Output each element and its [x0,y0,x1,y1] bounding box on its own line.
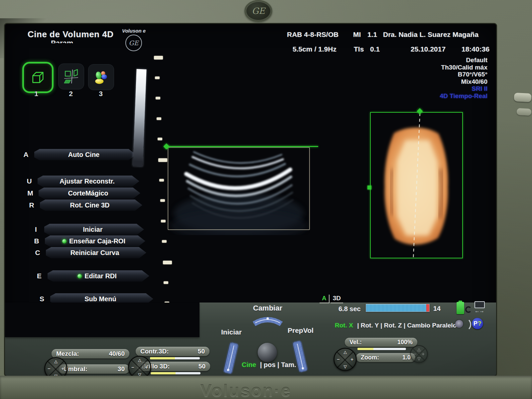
doctor-name: Dra. Nadia L. Suarez Magaña [383,31,478,39]
cine-cursor [426,304,429,312]
mode-label-1: 1 [22,90,50,98]
setting-sri: SRI II [440,85,487,92]
trackball-top-label: Cambiar [253,304,282,313]
page-title: Cine de Volumen 4D [28,29,113,40]
mi-label: MI [353,31,361,39]
mode-button-render-bodies[interactable] [88,64,114,90]
network-transfer-icon: ←→ [474,301,484,315]
menu-button-ensenar-caja-roi[interactable]: Enseñar Caja-ROI [45,235,145,247]
ruler-tick [158,138,162,140]
ruler-tick [163,261,172,264]
menu-key-u: U [25,177,34,185]
cine-time: 6.8 sec [338,305,361,313]
led-indicator [62,239,66,243]
time: 18:40:36 [462,45,489,53]
ruler-tick [164,281,168,284]
contr3d-bar [150,357,200,359]
subtitle-clipped: Param [51,39,91,43]
brillo3d-bar [151,372,200,374]
menu-key-s: S [38,295,46,303]
menu-key-e: E [35,272,44,280]
trackball-left-label: Iniciar [221,328,242,336]
ruler-tick [161,220,166,222]
menu-key-r: R [27,201,36,209]
grayscale-bar [133,69,146,167]
ruler-tick [158,158,167,162]
arrows-icon: ←→ [474,308,484,314]
setting-threshold-quality: Th30/Calid máx [440,64,487,71]
trackball-arc[interactable] [252,313,284,326]
ruler-tick [159,179,164,182]
mode-button-sectional-planes[interactable] [58,64,84,89]
bezel-button[interactable] [514,93,531,102]
mode-label-3: 3 [87,90,115,98]
cine-frames: 14 [433,305,441,313]
rotation-rest[interactable]: | Rot. Y | Rot. Z | Cambio Paralelo [357,322,457,329]
mezcla-control[interactable]: Mezcla:40/60 [52,349,129,358]
bezel-button[interactable] [516,108,531,116]
plug-icon [465,306,472,313]
menu-button-reiniciar-curva[interactable]: Reiniciar Curva [46,247,146,258]
setting-4d-realtime: 4D Tiempo-Real [440,92,487,100]
cube-icon [30,69,46,85]
contr3d-control[interactable]: Contr.3D:50 [136,347,209,356]
umbral-control[interactable]: Umbral:30 [59,364,129,374]
trackball[interactable] [258,343,277,362]
aux-knob[interactable]: △▽ −+ [410,345,428,363]
ruler-tick [162,240,167,243]
tab-3d[interactable]: 3D [331,295,343,303]
mode-button-4d-cube[interactable] [22,62,54,93]
ge-logo-emblem: GE [244,0,272,22]
vel-zoom-knob[interactable]: △▽ −+ [333,348,357,371]
help-badge[interactable]: P? [472,318,483,329]
trackball-status: Cine | pos | Tam. [242,361,296,369]
render-handle-square[interactable] [367,186,371,190]
tis-label: TIs [354,45,364,53]
roi-top-line[interactable] [167,146,318,147]
rotation-options: Rot. X | Rot. Y | Rot. Z | Cambio Parale… [335,322,457,329]
menu-key-m: M [26,189,35,197]
voluson-logo-text: Voluson e [122,28,146,34]
setting-preset: Default [440,57,487,64]
voluson-brand-emboss: Voluson·e [0,381,492,399]
view-tabs: A 3D [320,295,343,303]
zoom-control[interactable]: Zoom:1.0 [356,353,415,362]
menu-button-rot-cine-3d[interactable]: Rot. Cine 3D [40,200,142,211]
tis-value: 0.1 [370,45,380,53]
bottom-bezel: Voluson·e [0,376,532,399]
cine-progress-bar[interactable] [366,304,430,312]
b-mode-roi-box[interactable] [168,147,310,230]
vel-control[interactable]: Vel.:100% [345,338,417,347]
setting-angles: B70°/V65° [440,71,487,78]
bodies-icon [93,69,109,85]
menu-button-ajustar-reconstr[interactable]: Ajustar Reconstr. [38,176,139,187]
menu-button-auto-cine[interactable]: Auto Cine [34,149,136,160]
menu-button-iniciar[interactable]: Iniciar [44,224,144,235]
menu-key-b: B [32,237,41,245]
menu-key-a: A [22,151,30,159]
monitor-icon [474,301,485,308]
menu-key-c: C [33,249,42,257]
rotation-active[interactable]: Rot. X [335,322,353,329]
battery-icon [457,302,464,314]
mi-value: 1.1 [367,31,377,39]
rotary-knob-icon [455,318,466,330]
menu-key-i: I [32,225,40,233]
render-center-line [408,110,424,260]
probe-label: RAB 4-8-RS/OB [287,31,338,39]
ruler-tick [160,199,165,202]
ruler-tick [155,76,160,79]
planes-icon [64,69,79,84]
ruler-tick [157,117,161,120]
status-rest: | pos | Tam. [260,361,296,368]
tab-a[interactable]: A [320,295,330,303]
menu-button-corte-magico[interactable]: CorteMágico [39,188,140,199]
panel-step [5,303,200,337]
trackball-right-label: PrepVol [288,327,314,334]
depth-freq: 5.5cm / 1.9Hz [293,45,336,53]
menu-button-editar-rdi[interactable]: Editar RDI [48,270,149,282]
vel-bar [357,348,406,350]
setting-mix: Mix40/60 [440,78,487,85]
mode-label-2: 2 [57,90,85,98]
led-indicator [77,274,82,278]
